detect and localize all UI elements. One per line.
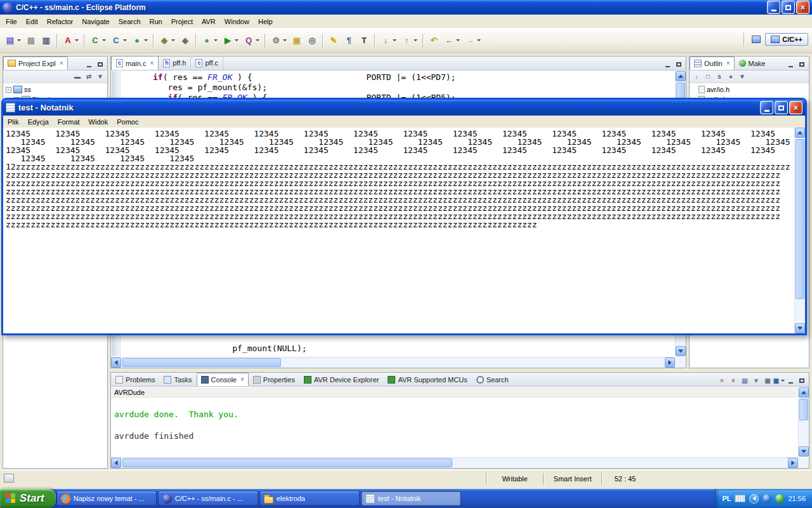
language-indicator[interactable]: PL [722, 495, 731, 502]
tray-bluetooth-icon[interactable] [763, 494, 771, 503]
keyboard-icon[interactable] [735, 495, 745, 502]
dropdown-arrow-icon[interactable] [393, 39, 396, 41]
editor-presentation-button[interactable]: T [357, 33, 371, 48]
view-menu-button[interactable]: ▼ [95, 71, 106, 82]
maximize-button[interactable] [775, 101, 788, 114]
dropdown-arrow-icon[interactable] [214, 39, 218, 41]
minimize-view-button[interactable] [785, 59, 796, 70]
editor-tab[interactable]: pff.c [191, 56, 223, 70]
maximize-editor-button[interactable] [673, 59, 684, 70]
avr-upload-button[interactable]: A [61, 33, 81, 48]
scroll-down-button[interactable] [799, 446, 809, 457]
sort-button[interactable]: ↓ [691, 71, 702, 82]
scroll-right-button[interactable] [788, 458, 798, 468]
view-tab[interactable]: AVR Device Explorer [299, 373, 384, 386]
tab-close-icon[interactable]: × [150, 60, 154, 67]
back-button[interactable]: ← [442, 33, 462, 48]
hide-non-public-button[interactable]: ● [725, 71, 737, 82]
scroll-right-button[interactable] [665, 358, 675, 368]
debug-button[interactable]: ● [200, 33, 219, 48]
view-tab[interactable]: Project Expl × [3, 57, 68, 70]
taskbar-button[interactable]: test - Notatnik [361, 491, 461, 506]
console-vertical-scrollbar[interactable] [798, 387, 809, 457]
dropdown-arrow-icon[interactable] [17, 39, 21, 41]
view-tab[interactable]: Properties [249, 373, 299, 386]
menu-item[interactable]: File [1, 16, 22, 27]
taskbar-button[interactable]: Napisz nowy temat - ... [56, 491, 157, 506]
menu-item[interactable]: Run [145, 16, 167, 27]
last-edit-location-button[interactable]: ↶ [427, 33, 441, 48]
menu-item[interactable]: Pomoc [112, 116, 143, 128]
dropdown-arrow-icon[interactable] [456, 39, 460, 41]
notepad-vertical-scrollbar[interactable] [794, 128, 805, 333]
forward-button[interactable]: → [463, 33, 483, 48]
scroll-lock-button[interactable]: ▼ [750, 375, 762, 386]
dropdown-arrow-icon[interactable] [75, 39, 79, 41]
view-tab[interactable]: Console × [197, 373, 249, 386]
scrollbar-thumb[interactable] [799, 399, 808, 420]
new-cpp-source-button[interactable]: C [109, 33, 129, 48]
minimize-view-button[interactable] [83, 59, 95, 70]
next-annotation-button[interactable]: ↓ [379, 33, 398, 48]
minimize-button[interactable] [767, 1, 780, 14]
editor-tab[interactable]: pff.h [159, 56, 191, 70]
menu-item[interactable]: Project [167, 16, 197, 27]
hide-icons-chevron[interactable] [749, 494, 759, 504]
notepad-titlebar[interactable]: test - Notatnik × [3, 100, 805, 116]
menu-item[interactable]: AVR [197, 16, 220, 27]
view-tab[interactable]: Search [472, 373, 513, 386]
link-with-editor-button[interactable]: ⇄ [83, 71, 95, 82]
minimize-button[interactable] [760, 101, 773, 114]
dropdown-arrow-icon[interactable] [283, 39, 287, 41]
console-horizontal-scrollbar[interactable] [111, 457, 798, 468]
dropdown-arrow-icon[interactable] [256, 39, 259, 41]
minimize-view-button[interactable] [785, 375, 796, 386]
menu-item[interactable]: Format [53, 116, 84, 128]
menu-item[interactable]: Navigate [77, 16, 114, 27]
scrollbar-thumb[interactable] [122, 458, 452, 467]
taskbar-button[interactable]: elektroda [259, 491, 360, 506]
hide-static-button[interactable]: s [714, 71, 725, 82]
dropdown-arrow-icon[interactable] [171, 39, 175, 41]
close-button[interactable]: × [796, 1, 809, 14]
dropdown-arrow-icon[interactable] [123, 39, 127, 41]
tree-item[interactable]: - ss [3, 84, 107, 95]
cpp-perspective-button[interactable]: C/C++ [765, 33, 808, 46]
new-wizard-button[interactable]: ▤ [3, 33, 23, 48]
scroll-up-button[interactable] [799, 387, 809, 398]
scroll-down-button[interactable] [795, 323, 805, 333]
dropdown-arrow-icon[interactable] [414, 39, 417, 41]
restore-button[interactable] [782, 1, 795, 14]
eclipse-titlebar[interactable]: C/C++ - ss/main.c - Eclipse Platform × [0, 0, 812, 15]
view-menu-button[interactable]: ▼ [737, 71, 748, 82]
menu-item[interactable]: Edit [22, 16, 43, 27]
external-tools-button[interactable]: ⚙ [269, 33, 289, 48]
menu-item[interactable]: Search [114, 16, 145, 27]
highlighter-button[interactable]: ✎ [327, 33, 341, 48]
remove-all-launches-button[interactable]: × [728, 375, 739, 386]
view-tab[interactable]: AVR Supported MCUs [383, 373, 471, 386]
notepad-text-area[interactable]: 12345 12345 12345 12345 12345 12345 1234… [3, 128, 794, 333]
tree-item[interactable]: avr/io.h [690, 84, 809, 95]
maximize-view-button[interactable] [796, 59, 808, 70]
build-all-button[interactable]: ◈ [178, 33, 192, 48]
pin-console-button[interactable]: ▣ [762, 375, 773, 386]
editor-tab[interactable]: main.c × [111, 56, 159, 70]
scroll-left-button[interactable] [111, 358, 121, 368]
scrollbar-thumb[interactable] [796, 139, 804, 299]
new-c-source-button[interactable]: C [88, 33, 108, 48]
taskbar-button[interactable]: C/C++ - ss/main.c - ... [158, 491, 258, 506]
expander-icon[interactable]: - [6, 87, 11, 93]
scroll-up-button[interactable] [676, 71, 686, 81]
prev-annotation-button[interactable]: ↑ [400, 33, 419, 48]
new-class-button[interactable]: ● [130, 33, 150, 48]
clear-console-button[interactable]: ▤ [739, 375, 750, 386]
dropdown-arrow-icon[interactable] [102, 39, 106, 41]
search-button[interactable]: ◎ [305, 33, 319, 48]
open-perspective-button[interactable] [750, 34, 762, 45]
console-output[interactable]: avrdude done. Thank you. avrdude finishe… [112, 398, 797, 457]
build-button[interactable]: ◆ [157, 33, 177, 48]
tab-close-icon[interactable]: × [726, 60, 730, 67]
menu-item[interactable]: Window [220, 16, 254, 27]
dropdown-arrow-icon[interactable] [144, 39, 148, 41]
